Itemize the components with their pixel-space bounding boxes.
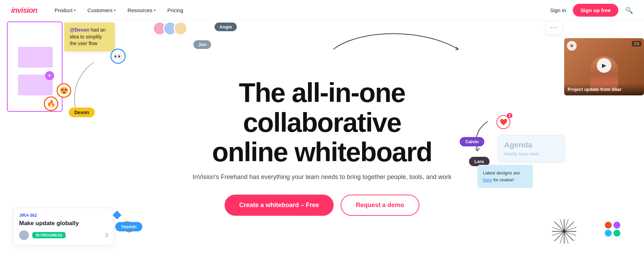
jira-avatar [19,230,29,240]
nav-pricing[interactable]: Pricing [162,5,188,16]
logo[interactable]: invision [11,6,37,15]
nav-right: Sign in Sign up free 🔍 [550,4,633,17]
hero-text-block: The all-in-one collaborative online whit… [166,78,478,216]
cursor-eyes: 👀 [110,49,126,64]
jira-count: 3 [105,232,108,238]
jon-tag: Jon [193,40,211,49]
jira-footer: IN PROGRESS 3 [19,230,108,240]
signup-button[interactable]: Sign up free [573,4,618,17]
star-icon: ✳ [567,41,577,51]
video-thumbnail[interactable]: ✳ ▶ 3:5 Project update from Shar [564,38,644,95]
figma-icon [605,222,621,238]
create-whiteboard-button[interactable]: Create a whiteboard – Free [225,195,334,216]
yasmin-tag: Yasmin [115,222,142,231]
nav-customers[interactable]: Customers ▾ [83,5,121,16]
hero-title: The all-in-one collaborative online whit… [166,78,478,167]
nav-links: Product ▾ Customers ▾ Resources ▾ Pricin… [50,5,550,16]
sticky-note: @Devon had an idea to simplify the user … [64,23,115,51]
video-overlay: Project update from Shar [564,83,644,95]
designs-sticky: Latest designs are here for review! [477,165,533,188]
avatar-3 [174,22,187,35]
hero-cta: Create a whiteboard – Free Request a dem… [166,195,478,216]
video-title: Project update from Shar [568,87,641,92]
agenda-body: Weekly team meet... [504,152,558,156]
three-dots-bubble: ··· [546,22,562,34]
diamond-cursor [112,211,121,219]
chevron-down-icon: ▾ [74,8,76,12]
navigation: invision Product ▾ Customers ▾ Resources… [0,0,644,21]
agenda-sticky: Agenda Weekly team meet... [498,135,564,162]
nav-product[interactable]: Product ▾ [50,5,81,16]
chevron-down-icon: ▾ [154,8,156,12]
play-button[interactable]: ▶ [597,58,611,72]
search-icon[interactable]: 🔍 [625,7,633,14]
devon-tag: Devon [69,108,95,117]
curved-arrow-top [326,22,465,56]
avatar-row [153,22,187,35]
reaction-count: 2 [507,113,512,118]
signin-link[interactable]: Sign in [550,7,566,13]
mention-text: @Devon [70,27,89,33]
heart-eyes-emoji: 😍 [57,83,71,98]
angie-tag: Angie [215,23,237,31]
fire-emoji: 🔥 [44,96,58,111]
agenda-title: Agenda [504,140,558,150]
jira-title: Make update globally [19,220,108,227]
designs-text2: for review! [492,177,514,182]
designs-text1: Latest designs are [483,170,520,176]
jira-status-badge: IN PROGRESS [32,232,66,238]
plus-icon: + [45,71,54,80]
chevron-down-icon: ▾ [114,8,116,12]
love-reaction: ❤️ 2 [496,115,510,129]
nav-resources[interactable]: Resources ▾ [123,5,160,16]
hero-subtitle: InVision's Freehand has everything your … [166,173,478,181]
hero-section: + @Devon had an idea to simplify the use… [0,0,644,273]
designs-link[interactable]: here [483,177,492,182]
jira-card: JIRA-362 Make update globally IN PROGRES… [13,208,114,245]
wireframe-inner-top [18,47,53,68]
request-demo-button[interactable]: Request a demo [341,195,419,216]
video-duration: 3:5 [632,41,641,46]
starburst-icon [550,217,578,245]
jira-id: JIRA-362 [19,213,108,218]
